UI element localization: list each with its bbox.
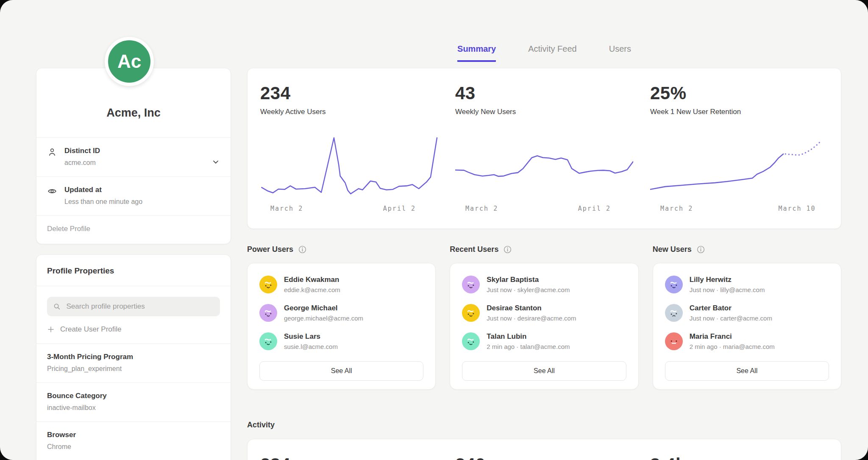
user-avatar [259, 332, 277, 350]
tab-users[interactable]: Users [609, 44, 631, 62]
search-icon [53, 302, 61, 311]
stat-value: 234 [260, 83, 438, 103]
field-label: Distinct ID [64, 147, 100, 155]
person-icon [47, 147, 57, 157]
x-axis: March 2 April 2 [455, 205, 633, 213]
info-icon[interactable] [503, 245, 512, 254]
user-subtext: Just now · lilly@acme.com [690, 286, 765, 293]
face-icon [465, 279, 477, 290]
face-icon [668, 335, 680, 347]
user-subtext: Just now · carter@acme.com [690, 315, 772, 322]
face-icon [668, 279, 680, 290]
user-row[interactable]: Carter Bator Just now · carter@acme.com [665, 304, 829, 322]
stat-value: 25% [650, 83, 828, 103]
user-avatar [665, 332, 683, 350]
recent-users-card: Skylar Baptista Just now · skyler@acme.c… [450, 263, 638, 390]
section-header: Power Users [247, 245, 436, 254]
delete-profile-button[interactable]: Delete Profile [36, 215, 231, 244]
user-row[interactable]: Maria Franci 2 min ago · maria@acme.com [665, 332, 829, 350]
see-all-button[interactable]: See All [462, 361, 626, 381]
activity-stat: 3.4k [650, 454, 828, 460]
face-icon [465, 307, 477, 319]
x-axis: March 2 April 2 [260, 205, 438, 213]
user-name: Eddie Kwakman [284, 276, 340, 284]
create-user-profile-label: Create User Profile [60, 325, 122, 334]
user-row[interactable]: Desirae Stanton Just now · desirare@acme… [462, 304, 626, 322]
property-item[interactable]: 3-Month Pricing Program Pricing_plan_exp… [36, 343, 231, 382]
property-value: Chrome [47, 443, 220, 451]
profile-card: Acme, Inc Distinct ID acme.com Updated a… [36, 68, 231, 244]
new-users-section: New Users [653, 245, 841, 390]
user-row[interactable]: Susie Lars susie.l@acme.com [259, 332, 423, 350]
eye-icon [47, 186, 57, 196]
search-profile-properties[interactable] [47, 297, 220, 316]
user-sections: Power Users [247, 245, 841, 390]
face-icon [262, 307, 274, 319]
stat-value: 43 [455, 83, 633, 103]
stat-label: Week 1 New User Retention [650, 108, 828, 116]
user-row[interactable]: Talan Lubin 2 min ago · talan@acme.com [462, 332, 626, 350]
property-label: Browser [47, 431, 220, 439]
tab-summary[interactable]: Summary [457, 44, 496, 62]
section-title: Power Users [247, 245, 293, 254]
plus-icon [47, 326, 55, 333]
section-title: New Users [653, 245, 692, 254]
new-users-card: Lilly Herwitz Just now · lilly@acme.com … [653, 263, 841, 390]
face-icon [465, 335, 477, 347]
search-input[interactable] [65, 302, 214, 311]
info-icon[interactable] [298, 245, 307, 254]
activity-title: Activity [247, 421, 275, 429]
see-all-button[interactable]: See All [665, 361, 829, 381]
user-subtext: 2 min ago · maria@acme.com [690, 343, 775, 350]
weekly-active-users-chart [260, 128, 438, 200]
property-label: Bounce Category [47, 392, 220, 400]
power-users-section: Power Users [247, 245, 436, 390]
x-tick: April 2 [383, 205, 416, 212]
power-users-card: Eddie Kwakman eddie.k@acme.com George Mi… [247, 263, 436, 390]
see-all-button[interactable]: See All [259, 361, 423, 381]
x-tick: March 2 [660, 205, 693, 212]
user-name: Lilly Herwitz [690, 276, 765, 284]
tab-bar: Summary Activity Feed Users [247, 44, 841, 62]
section-title: Recent Users [450, 245, 498, 254]
x-axis: March 2 March 10 [650, 205, 828, 213]
info-icon[interactable] [696, 245, 705, 254]
chevron-down-icon[interactable] [211, 157, 220, 167]
user-avatar [462, 332, 480, 350]
user-avatar [665, 304, 683, 322]
field-value: acme.com [64, 159, 100, 167]
stat-label: Weekly Active Users [260, 108, 438, 116]
property-item[interactable]: Bounce Category inactive-mailbox [36, 382, 231, 421]
face-icon [262, 279, 274, 290]
field-label: Updated at [64, 186, 142, 194]
user-name: George Michael [284, 304, 363, 312]
user-avatar [462, 276, 480, 293]
user-row[interactable]: George Michael george.michael@acme.com [259, 304, 423, 322]
company-avatar: Ac [105, 37, 154, 86]
stat-label: Weekly New Users [455, 108, 633, 116]
recent-users-section: Recent Users [450, 245, 638, 390]
stat-weekly-active-users: 234 Weekly Active Users March 2 April 2 [260, 83, 438, 218]
summary-stats-card: 234 Weekly Active Users March 2 April 2 … [247, 68, 841, 229]
user-row[interactable]: Skylar Baptista Just now · skyler@acme.c… [462, 276, 626, 293]
profile-properties-title: Profile Properties [36, 255, 231, 286]
user-avatar [665, 276, 683, 293]
user-row[interactable]: Lilly Herwitz Just now · lilly@acme.com [665, 276, 829, 293]
activity-stat: 234 [260, 454, 438, 460]
user-name: Talan Lubin [487, 332, 570, 341]
section-header: Recent Users [450, 245, 638, 254]
distinct-id-row[interactable]: Distinct ID acme.com [36, 137, 231, 176]
x-tick: March 2 [270, 205, 303, 212]
property-item[interactable]: Browser Chrome [36, 421, 231, 460]
user-name: Desirae Stanton [487, 304, 576, 312]
face-icon [262, 335, 274, 347]
create-user-profile-button[interactable]: Create User Profile [47, 325, 220, 334]
stat-weekly-new-users: 43 Weekly New Users March 2 April 2 [455, 83, 633, 218]
user-row[interactable]: Eddie Kwakman eddie.k@acme.com [259, 276, 423, 293]
tab-activity-feed[interactable]: Activity Feed [528, 44, 576, 62]
x-tick: March 10 [778, 205, 815, 212]
user-name: Susie Lars [284, 332, 338, 341]
property-label: 3-Month Pricing Program [47, 353, 220, 361]
user-subtext: 2 min ago · talan@acme.com [487, 343, 570, 350]
user-avatar [462, 304, 480, 322]
